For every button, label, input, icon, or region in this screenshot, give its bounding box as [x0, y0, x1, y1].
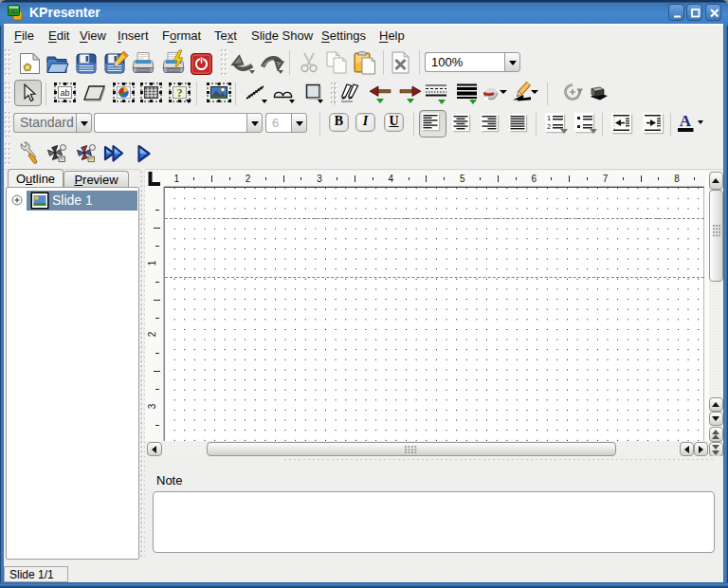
svg-text:A: A [680, 112, 692, 130]
svg-text:?: ? [177, 86, 183, 100]
svg-text:ab: ab [60, 88, 69, 98]
svg-text:2: 2 [547, 122, 551, 131]
svg-text:1: 1 [547, 114, 551, 122]
